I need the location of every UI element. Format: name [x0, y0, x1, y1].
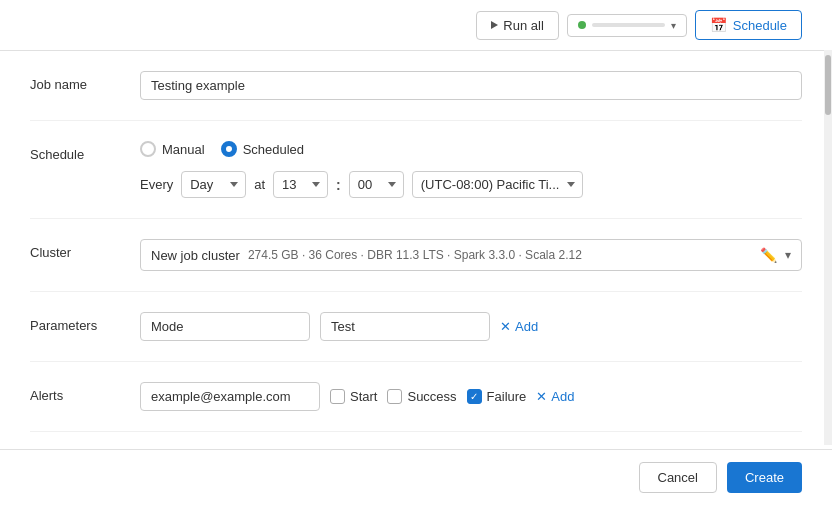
- scheduled-label: Scheduled: [243, 142, 304, 157]
- alerts-row: Alerts Start Success Failure ✕ Ad: [30, 362, 802, 432]
- hour-select[interactable]: 13: [273, 171, 328, 198]
- success-checkbox[interactable]: [387, 389, 402, 404]
- param-key-input[interactable]: [140, 312, 310, 341]
- job-name-input[interactable]: [140, 71, 802, 100]
- toolbar: Run all ▾ 📅 Schedule: [0, 0, 832, 51]
- alerts-options-row: Start Success Failure ✕ Add: [140, 382, 802, 411]
- cancel-button[interactable]: Cancel: [639, 462, 717, 493]
- calendar-icon: 📅: [710, 17, 727, 33]
- job-name-label: Job name: [30, 71, 140, 92]
- footer: Cancel Create: [0, 449, 832, 505]
- success-checkbox-option: Success: [387, 389, 456, 404]
- cluster-name: New job cluster: [151, 248, 240, 263]
- add-alert-label: Add: [551, 389, 574, 404]
- add-param-button[interactable]: ✕ Add: [500, 319, 538, 334]
- schedule-button[interactable]: 📅 Schedule: [695, 10, 802, 40]
- manual-label: Manual: [162, 142, 205, 157]
- cluster-box[interactable]: New job cluster 274.5 GB · 36 Cores · DB…: [140, 239, 802, 271]
- parameters-row: Parameters ✕ Add: [30, 292, 802, 362]
- alert-email-input[interactable]: [140, 382, 320, 411]
- x-icon: ✕: [500, 319, 511, 334]
- edit-icon[interactable]: ✏️: [760, 247, 777, 263]
- failure-checkbox[interactable]: [467, 389, 482, 404]
- schedule-control: Manual Scheduled Every Day at 13 : 00: [140, 141, 802, 198]
- manual-option[interactable]: Manual: [140, 141, 205, 157]
- manual-radio[interactable]: [140, 141, 156, 157]
- cluster-control: New job cluster 274.5 GB · 36 Cores · DB…: [140, 239, 802, 271]
- cluster-row: Cluster New job cluster 274.5 GB · 36 Co…: [30, 219, 802, 292]
- parameters-control: ✕ Add: [140, 312, 802, 341]
- create-button[interactable]: Create: [727, 462, 802, 493]
- schedule-time-row: Every Day at 13 : 00 (UTC-08:00) Pacific…: [140, 171, 802, 198]
- status-dot: [578, 21, 586, 29]
- play-icon: [491, 21, 498, 29]
- param-value-input[interactable]: [320, 312, 490, 341]
- alerts-label: Alerts: [30, 382, 140, 403]
- run-all-label: Run all: [503, 18, 543, 33]
- job-name-control: [140, 71, 802, 100]
- schedule-row: Schedule Manual Scheduled Every Day at: [30, 121, 802, 219]
- cluster-label: Cluster: [30, 239, 140, 260]
- add-param-label: Add: [515, 319, 538, 334]
- cluster-chevron-icon[interactable]: ▾: [785, 248, 791, 262]
- every-label: Every: [140, 177, 173, 192]
- failure-checkbox-option: Failure: [467, 389, 527, 404]
- parameters-label: Parameters: [30, 312, 140, 333]
- cluster-specs: 274.5 GB · 36 Cores · DBR 11.3 LTS · Spa…: [248, 248, 752, 262]
- schedule-label: Schedule: [733, 18, 787, 33]
- add-alert-x-icon: ✕: [536, 389, 547, 404]
- minute-select[interactable]: 00: [349, 171, 404, 198]
- status-dropdown[interactable]: ▾: [567, 14, 687, 37]
- status-bar: [592, 23, 665, 27]
- schedule-options: Manual Scheduled: [140, 141, 802, 157]
- day-select[interactable]: Day: [181, 171, 246, 198]
- add-alert-button[interactable]: ✕ Add: [536, 389, 574, 404]
- scheduled-option[interactable]: Scheduled: [221, 141, 304, 157]
- scrollbar-track[interactable]: [824, 50, 832, 445]
- job-name-row: Job name: [30, 51, 802, 121]
- timezone-select[interactable]: (UTC-08:00) Pacific Ti...: [412, 171, 583, 198]
- run-all-button[interactable]: Run all: [476, 11, 558, 40]
- start-checkbox-option: Start: [330, 389, 377, 404]
- start-label: Start: [350, 389, 377, 404]
- at-label: at: [254, 177, 265, 192]
- success-label: Success: [407, 389, 456, 404]
- start-checkbox[interactable]: [330, 389, 345, 404]
- failure-label: Failure: [487, 389, 527, 404]
- chevron-down-icon: ▾: [671, 20, 676, 31]
- scrollbar-thumb[interactable]: [825, 55, 831, 115]
- main-content: Job name Schedule Manual Scheduled Every: [0, 51, 832, 449]
- time-colon: :: [336, 177, 341, 193]
- scheduled-radio[interactable]: [221, 141, 237, 157]
- params-row: ✕ Add: [140, 312, 802, 341]
- alerts-control: Start Success Failure ✕ Add: [140, 382, 802, 411]
- schedule-label: Schedule: [30, 141, 140, 162]
